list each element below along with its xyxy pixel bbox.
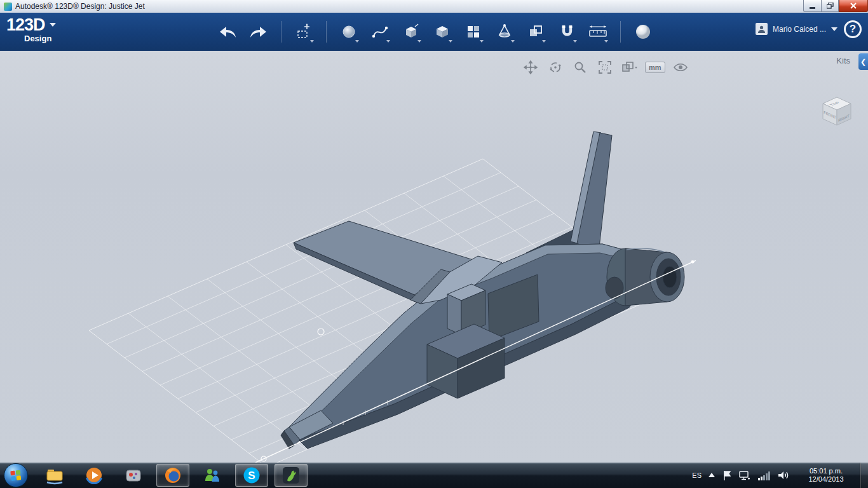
close-button[interactable] <box>839 0 868 12</box>
volume-icon[interactable] <box>777 470 790 481</box>
construct-button[interactable] <box>493 20 516 44</box>
zoom-button[interactable] <box>571 58 590 77</box>
signal-bars-icon[interactable] <box>757 470 771 481</box>
dropdown-caret-icon <box>355 40 359 43</box>
tweak-button[interactable] <box>400 20 423 44</box>
taskbar-apps: S <box>38 464 308 487</box>
clock-time: 05:01 p.m. <box>803 467 850 475</box>
user-icon <box>757 25 766 33</box>
units-button[interactable]: mm <box>645 62 665 73</box>
language-indicator[interactable]: ES <box>692 471 702 479</box>
app-window-icon <box>4 3 12 11</box>
modeling-toolbar <box>216 20 654 44</box>
orbit-button[interactable] <box>546 58 565 77</box>
taskbar-123d-design-button[interactable] <box>275 464 308 487</box>
firefox-icon <box>163 466 182 485</box>
solid-box-icon <box>434 24 451 40</box>
minimize-button[interactable] <box>803 0 822 12</box>
jet-model[interactable] <box>281 132 684 449</box>
view-cube[interactable]: TOP FRONT RIGHT <box>817 92 858 132</box>
dropdown-caret-icon <box>386 40 390 43</box>
windows-taskbar: S ES <box>0 463 868 488</box>
pan-button[interactable] <box>521 58 540 77</box>
combine-cubes-icon <box>527 24 544 40</box>
app-toolbar: 123D Design <box>0 13 868 51</box>
chevron-left-icon: ❮ <box>860 58 866 66</box>
transform-move-icon <box>295 24 312 40</box>
dropdown-caret-icon <box>511 40 515 43</box>
tweak-cube-icon <box>403 24 419 40</box>
measure-button[interactable] <box>587 20 609 44</box>
logo-123d: 123D <box>6 17 45 33</box>
restore-button[interactable] <box>822 0 839 12</box>
display-settings-button[interactable] <box>620 58 639 77</box>
pan-icon <box>524 60 538 74</box>
help-button[interactable]: ? <box>844 20 862 38</box>
restore-icon <box>827 3 834 9</box>
dropdown-caret-icon <box>310 40 314 43</box>
media-player-icon <box>85 466 104 485</box>
system-tray: ES <box>692 463 868 488</box>
toolbar-separator <box>620 21 621 43</box>
snap-button[interactable] <box>555 20 578 44</box>
visibility-button[interactable] <box>671 58 690 77</box>
windows-explorer-icon <box>44 466 65 485</box>
action-center-flag-icon[interactable] <box>722 470 732 481</box>
viewport-3d[interactable]: mm Kits ❮ TOP FRONT RIGHT <box>0 51 868 463</box>
skype-icon: S <box>242 466 261 485</box>
chevron-down-icon <box>831 27 837 31</box>
palette-app-icon <box>124 466 143 485</box>
dropdown-caret-icon <box>480 40 484 43</box>
fit-view-icon <box>598 60 612 74</box>
combine-button[interactable] <box>524 20 547 44</box>
taskbar-skype-button[interactable]: S <box>235 464 268 487</box>
dropdown-caret-icon <box>417 40 421 43</box>
pattern-grid-icon <box>465 24 482 40</box>
taskbar-palette-app-button[interactable] <box>117 464 150 487</box>
orbit-icon <box>548 60 562 74</box>
screen: Autodesk® 123D® Design: Justice Jet 123D <box>0 0 868 488</box>
measure-ruler-icon <box>588 24 607 39</box>
primitives-button[interactable] <box>337 20 360 44</box>
dropdown-caret-icon <box>573 40 577 43</box>
taskbar-messenger-button[interactable] <box>196 464 229 487</box>
transform-button[interactable] <box>292 20 315 44</box>
snap-magnet-icon <box>559 24 575 40</box>
kits-panel-label[interactable]: Kits <box>836 56 850 65</box>
primitives-sphere-icon <box>341 24 357 40</box>
taskbar-media-player-button[interactable] <box>78 464 111 487</box>
material-sphere-icon <box>634 23 652 41</box>
show-hidden-icons-button[interactable] <box>708 472 715 478</box>
taskbar-clock[interactable]: 05:01 p.m. 12/04/2013 <box>803 467 850 484</box>
window-controls <box>803 0 868 12</box>
show-desktop-button[interactable] <box>860 463 868 488</box>
redo-button[interactable] <box>247 20 270 44</box>
display-settings-icon <box>621 60 638 74</box>
solid-box-button[interactable] <box>431 20 454 44</box>
network-icon[interactable] <box>738 470 750 481</box>
clock-date: 12/04/2013 <box>803 475 850 484</box>
kits-collapse-tab[interactable]: ❮ <box>858 53 868 70</box>
taskbar-firefox-button[interactable] <box>156 464 189 487</box>
visibility-eye-icon <box>673 60 688 74</box>
user-name: Mario Caiced ... <box>773 25 826 34</box>
skype-letter: S <box>248 470 255 482</box>
fit-view-button[interactable] <box>595 58 614 77</box>
messenger-buddies-icon <box>203 466 222 485</box>
pattern-button[interactable] <box>462 20 485 44</box>
taskbar-explorer-button[interactable] <box>38 464 71 487</box>
app-menu[interactable]: 123D Design <box>6 17 56 43</box>
sketch-button[interactable] <box>369 20 391 44</box>
window-title: Autodesk® 123D® Design: Justice Jet <box>15 2 145 11</box>
undo-button[interactable] <box>216 20 239 44</box>
avatar <box>756 23 768 35</box>
redo-icon <box>249 24 268 39</box>
logo-design: Design <box>24 34 56 43</box>
material-button[interactable] <box>632 20 654 44</box>
start-button[interactable] <box>4 463 28 487</box>
user-account-menu[interactable]: Mario Caiced ... <box>756 23 837 35</box>
dropdown-caret-icon <box>542 40 546 43</box>
model-canvas[interactable] <box>0 51 868 463</box>
dropdown-caret-icon <box>449 40 452 43</box>
window-titlebar: Autodesk® 123D® Design: Justice Jet <box>0 0 868 13</box>
